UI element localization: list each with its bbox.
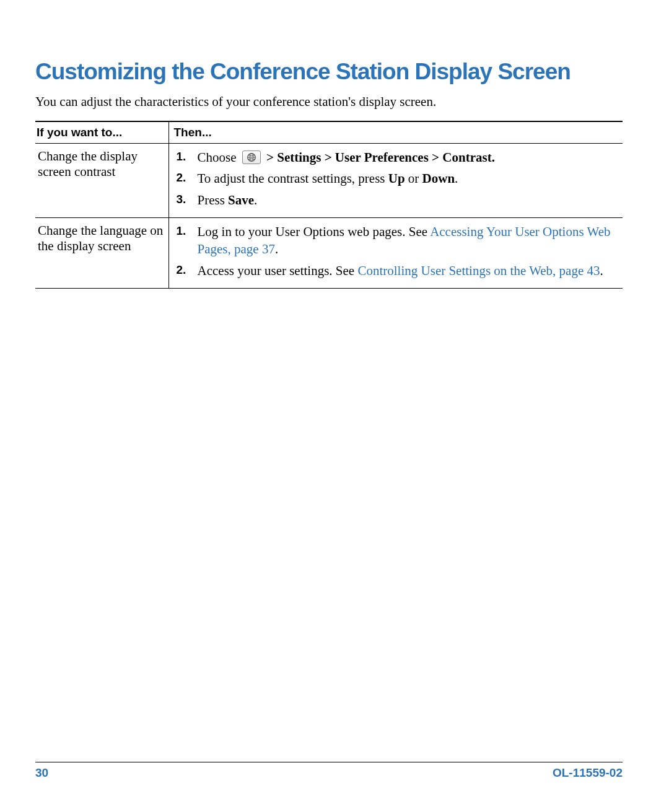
then-cell: Choose > Settings > User Preferences > C… xyxy=(168,144,623,218)
instructions-table: If you want to... Then... Change the dis… xyxy=(35,121,623,289)
page-title: Customizing the Conference Station Displ… xyxy=(35,59,623,85)
cross-reference-link[interactable]: Controlling User Settings on the Web, pa… xyxy=(357,263,600,278)
list-item: Log in to your User Options web pages. S… xyxy=(174,223,619,258)
step-text-bold: Save xyxy=(228,193,254,207)
step-text: Choose xyxy=(198,150,240,165)
list-item: To adjust the contrast settings, press U… xyxy=(174,170,619,187)
want-cell: Change the display screen contrast xyxy=(35,144,168,218)
step-text-bold: Down xyxy=(422,171,455,186)
step-text: . xyxy=(455,171,458,186)
step-text: . xyxy=(254,193,257,207)
list-item: Press Save. xyxy=(174,191,619,209)
intro-text: You can adjust the characteristics of yo… xyxy=(35,94,623,110)
then-cell: Log in to your User Options web pages. S… xyxy=(168,218,623,289)
table-row: Change the display screen contrast Choos… xyxy=(35,144,623,218)
document-id: OL-11559-02 xyxy=(553,766,623,780)
list-item: Choose > Settings > User Preferences > C… xyxy=(174,149,619,166)
page-footer: 30 OL-11559-02 xyxy=(35,762,623,780)
applications-button-icon xyxy=(242,151,261,164)
step-text: Log in to your User Options web pages. S… xyxy=(198,224,431,239)
step-text-bold: > Settings > User Preferences > Contrast… xyxy=(263,150,495,165)
step-text: To adjust the contrast settings, press xyxy=(198,171,388,186)
table-row: Change the language on the display scree… xyxy=(35,218,623,289)
step-text: Access your user settings. See xyxy=(198,263,358,278)
table-header-then: Then... xyxy=(168,121,623,144)
step-text: . xyxy=(600,263,603,278)
list-item: Access your user settings. See Controlli… xyxy=(174,262,619,279)
want-cell: Change the language on the display scree… xyxy=(35,218,168,289)
table-header-if: If you want to... xyxy=(35,121,168,144)
step-text: or xyxy=(405,171,422,186)
step-text: . xyxy=(275,242,278,256)
step-text: Press xyxy=(198,193,229,207)
step-text-bold: Up xyxy=(388,171,405,186)
page-number: 30 xyxy=(35,766,48,780)
